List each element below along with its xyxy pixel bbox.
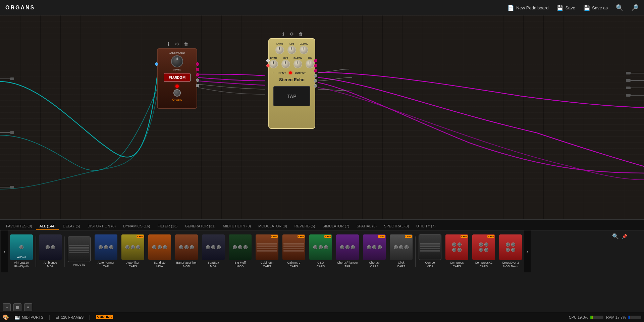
echo-rtime-knob[interactable]: R.TIME	[269, 57, 278, 68]
new-icon: 📄	[507, 5, 514, 11]
echo-info-button[interactable]: ℹ	[280, 31, 286, 37]
tab-simulator[interactable]: SIMULATOR (7)	[319, 223, 353, 230]
frames-status: ⊞ 128 FRAMES	[55, 315, 84, 320]
pedal-echo[interactable]: ℹ ⚙ 🗑 L.TIME	[268, 38, 315, 134]
fluidgm-led	[175, 85, 179, 88]
plugin-search-button[interactable]: 🔍	[612, 233, 619, 239]
echo-dry-knob[interactable]: DRY	[306, 57, 314, 68]
plugin-item-compress[interactable]: CAPSCompress CAPS	[443, 233, 470, 270]
echo-knob-row-1: L.TIME L.FB L.LEVEL	[275, 43, 308, 54]
tab-distortion[interactable]: DISTORTION (8)	[84, 223, 119, 230]
pedal-fluidgm[interactable]: ℹ ⚙ 🗑 Stauber Organ LEVEL FLUIDGM	[157, 48, 197, 112]
echo-output-label: OUTPUT	[295, 71, 306, 74]
new-pedal-button[interactable]: ＋	[3, 303, 11, 311]
connections-svg	[0, 15, 644, 219]
plugin-thumb-bandisto	[148, 234, 171, 260]
tab-delay[interactable]: DELAY (5)	[59, 223, 84, 230]
settings-icon[interactable]: 🎨	[3, 314, 9, 320]
echo-tap-button[interactable]: TAP	[273, 86, 310, 106]
pedal-echo-icons: ℹ ⚙ 🗑	[268, 31, 315, 37]
tab-spectral[interactable]: SPECTRAL (8)	[381, 223, 412, 230]
saveas-icon: 💾	[583, 5, 590, 11]
plugin-item-click[interactable]: CAPSClick CAPS	[388, 233, 415, 270]
pedal-settings-button[interactable]: ⚙	[174, 41, 180, 47]
echo-led	[289, 71, 292, 74]
plugin-name-auto_panner: Auto Panner TAP	[98, 261, 114, 268]
xruns-badge: 5 XRUNS	[96, 315, 113, 319]
plugin-item-chorusi[interactable]: CAPSChorusI CAPS	[361, 233, 388, 270]
plugin-badge-compress: CAPS	[461, 235, 468, 238]
plugin-item-cabinetiv[interactable]: CAPSCabinetIV CAPS	[280, 233, 307, 270]
bottom-icons: ＋ ▦ ≡	[3, 303, 32, 311]
echo-settings-button[interactable]: ⚙	[289, 31, 295, 37]
plugin-pin-button[interactable]: 📌	[622, 233, 627, 239]
plugin-thumb-beatbox	[202, 234, 225, 260]
saveas-button[interactable]: 💾 Save as	[583, 5, 608, 11]
plugin-item-compressx2[interactable]: CAPSCompressX2 CAPS	[470, 233, 497, 270]
tab-modulator[interactable]: MODULATOR (8)	[255, 223, 290, 230]
zoom-out-button[interactable]: 🔍	[616, 4, 623, 11]
canvas[interactable]: ℹ ⚙ 🗑 Stauber Organ LEVEL FLUIDGM	[0, 15, 644, 219]
cpu-status: CPU 19.3%	[569, 315, 603, 319]
echo-rlevel-knob[interactable]: R.LEVEL	[293, 57, 302, 68]
plugin-item-autofilter[interactable]: CAPSAutoFilter CAPS	[119, 233, 146, 270]
plugin-thumb-ceo: CAPS	[309, 234, 332, 260]
tab-utility[interactable]: UTILITY (7)	[413, 223, 439, 230]
plugin-name-bandpassfilter: BandPassFilter MOD	[176, 261, 197, 268]
plugin-nav-prev[interactable]: ‹	[1, 230, 8, 272]
fluidgm-body: Stauber Organ LEVEL FLUIDGM Organs	[157, 48, 197, 109]
plugin-panel: FAVORITES (0)ALL (144)DELAY (5)DISTORTIO…	[0, 219, 644, 322]
pedal-fluidgm-icons: ℹ ⚙ 🗑	[157, 41, 197, 47]
echo-body: L.TIME L.FB L.LEVEL R.TIME	[268, 38, 315, 129]
plugin-name-bandisto: Bandisto MDA	[154, 261, 165, 268]
plugin-thumb-auto_panner	[95, 234, 117, 260]
list-button[interactable]: ≡	[24, 303, 32, 311]
plugin-item-bandpassfilter[interactable]: BandPassFilter MOD	[173, 233, 200, 270]
echo-ltime-knob[interactable]: L.TIME	[275, 43, 284, 54]
tab-dynamics[interactable]: DYNAMICS (16)	[120, 223, 154, 230]
plugin-item-ceo[interactable]: CAPSCEO CAPS	[307, 233, 334, 270]
plugin-item-ampvts[interactable]: AmpVTS	[66, 235, 93, 268]
save-button[interactable]: 💾 Save	[556, 5, 575, 11]
fluidgm-small-knob[interactable]	[173, 89, 181, 97]
echo-llevel-knob[interactable]: L.LEVEL	[300, 43, 308, 54]
plugin-item-chorus_flanger[interactable]: Chorus/Flanger TAP	[334, 233, 361, 270]
tab-favorites[interactable]: FAVORITES (0)	[3, 223, 35, 230]
tab-spatial[interactable]: SPATIAL (6)	[353, 223, 380, 230]
plugin-item-ambience[interactable]: Ambience MDA	[37, 233, 64, 270]
app-title: ORGANS	[5, 5, 35, 11]
tab-reverb[interactable]: REVERB (5)	[291, 223, 319, 230]
plugin-item-crossover2[interactable]: CrossOver 2 MOD Team	[497, 233, 524, 270]
tab-generator[interactable]: GENERATOR (31)	[181, 223, 219, 230]
plugin-item-airfont320[interactable]: AirFontAirFont320 FluidSynth	[8, 233, 35, 270]
tab-filter[interactable]: FILTER (13)	[154, 223, 181, 230]
saveas-label: Save as	[592, 5, 608, 10]
pedal-info-button[interactable]: ℹ	[165, 41, 171, 47]
plugin-thumb-autofilter: CAPS	[121, 234, 144, 260]
echo-knob-row-2: R.TIME R.FB R.LEVEL DRY	[269, 57, 314, 68]
fluidgm-level-knob[interactable]	[171, 55, 183, 67]
tab-all[interactable]: ALL (144)	[36, 223, 59, 230]
plugin-item-cabinetiii[interactable]: CAPSCabinetIII CAPS	[254, 233, 280, 270]
zoom-in-icon: 🔎	[631, 4, 639, 11]
echo-delete-button[interactable]: 🗑	[298, 31, 304, 37]
plugin-name-airfont320: AirFont320 FluidSynth	[14, 261, 29, 268]
echo-lfb-knob[interactable]: L.FB	[287, 43, 296, 54]
plugin-item-bigmuff[interactable]: Big Muff MOD	[227, 233, 254, 270]
plugin-item-auto_panner[interactable]: Auto Panner TAP	[93, 233, 119, 270]
category-tabs: FAVORITES (0)ALL (144)DELAY (5)DISTORTIO…	[0, 220, 644, 230]
view-button[interactable]: ▦	[13, 303, 21, 311]
new-pedalboard-button[interactable]: 📄 New Pedalboard	[507, 5, 548, 11]
statusbar-icons-left: 🎨	[3, 314, 9, 320]
plugin-name-ampvts: AmpVTS	[73, 263, 85, 267]
plugin-item-bandisto[interactable]: Bandisto MDA	[146, 233, 173, 270]
pedal-delete-button[interactable]: 🗑	[183, 41, 189, 47]
echo-rfb-knob[interactable]: R.FB	[281, 57, 290, 68]
zoom-in-button[interactable]: 🔎	[631, 4, 639, 11]
plugin-item-combo[interactable]: Combo MDA	[417, 233, 443, 270]
plugin-nav-next[interactable]: ›	[524, 230, 531, 272]
plugin-item-beatbox[interactable]: BeatBox MDA	[200, 233, 227, 270]
plugin-thumb-bandpassfilter	[175, 234, 198, 260]
frames-icon: ⊞	[55, 315, 59, 320]
tab-midi_utility[interactable]: MIDI UTILITY (0)	[220, 223, 255, 230]
